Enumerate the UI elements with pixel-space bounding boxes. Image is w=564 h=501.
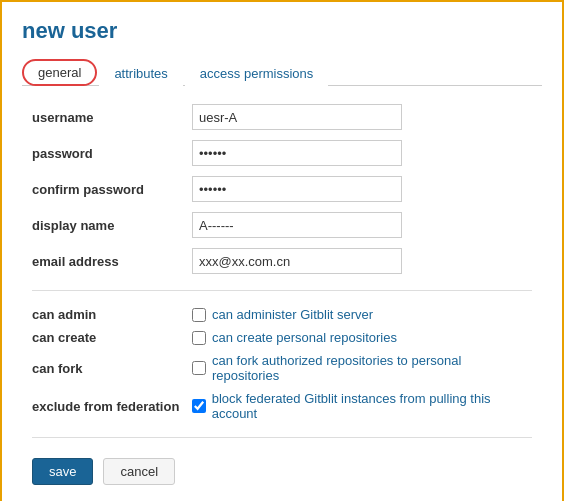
can-create-checkbox[interactable] [192, 331, 206, 345]
exclude-federation-row: exclude from federation block federated … [32, 391, 532, 421]
can-fork-label: can fork [32, 361, 192, 376]
page-content: new user general attributes access permi… [2, 2, 562, 501]
exclude-federation-desc: block federated Gitblit instances from p… [212, 391, 532, 421]
can-fork-row: can fork can fork authorized repositorie… [32, 353, 532, 383]
can-create-row: can create can create personal repositor… [32, 330, 532, 345]
email-row: email address [32, 248, 532, 274]
exclude-federation-label: exclude from federation [32, 399, 192, 414]
password-row: password [32, 140, 532, 166]
display-name-row: display name [32, 212, 532, 238]
form-section: username password confirm password displ… [22, 104, 542, 485]
can-admin-desc: can administer Gitblit server [212, 307, 373, 322]
can-admin-checkbox[interactable] [192, 308, 206, 322]
display-name-label: display name [32, 218, 192, 233]
username-input[interactable] [192, 104, 402, 130]
tab-access-permissions[interactable]: access permissions [185, 60, 328, 86]
divider [32, 290, 532, 291]
email-label: email address [32, 254, 192, 269]
cancel-button[interactable]: cancel [103, 458, 175, 485]
can-create-label: can create [32, 330, 192, 345]
confirm-password-label: confirm password [32, 182, 192, 197]
page-title: new user [22, 18, 542, 44]
button-row: save cancel [32, 458, 532, 485]
email-input[interactable] [192, 248, 402, 274]
exclude-federation-checkbox[interactable] [192, 399, 206, 413]
can-admin-label: can admin [32, 307, 192, 322]
password-label: password [32, 146, 192, 161]
confirm-password-row: confirm password [32, 176, 532, 202]
display-name-input[interactable] [192, 212, 402, 238]
can-create-desc: can create personal repositories [212, 330, 397, 345]
can-fork-desc: can fork authorized repositories to pers… [212, 353, 532, 383]
confirm-password-input[interactable] [192, 176, 402, 202]
save-button[interactable]: save [32, 458, 93, 485]
password-input[interactable] [192, 140, 402, 166]
username-label: username [32, 110, 192, 125]
tab-attributes[interactable]: attributes [99, 60, 182, 86]
tab-general[interactable]: general [22, 59, 97, 86]
bottom-divider [32, 437, 532, 438]
can-admin-row: can admin can administer Gitblit server [32, 307, 532, 322]
can-fork-checkbox[interactable] [192, 361, 206, 375]
tabs-container: general attributes access permissions [22, 58, 542, 86]
username-row: username [32, 104, 532, 130]
